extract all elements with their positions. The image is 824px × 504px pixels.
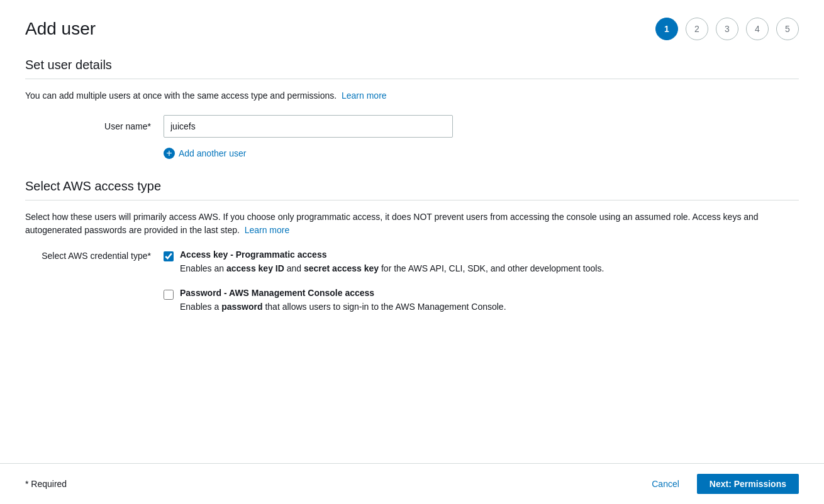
main-content: Add user 1 2 3 4 5 Set user details You … — [0, 0, 824, 463]
access-type-title: Select AWS access type — [25, 179, 799, 194]
access-key-text: Access key - Programmatic access Enables… — [180, 249, 799, 275]
credential-options: Access key - Programmatic access Enables… — [164, 249, 799, 326]
step-2: 2 — [686, 18, 708, 40]
footer: * Required Cancel Next: Permissions — [0, 463, 824, 504]
cancel-button[interactable]: Cancel — [642, 474, 689, 494]
username-input[interactable] — [164, 115, 453, 138]
console-access-desc: Enables a password that allows users to … — [180, 300, 799, 314]
page-header: Add user 1 2 3 4 5 — [25, 18, 799, 40]
access-key-checkbox[interactable] — [164, 251, 174, 261]
username-row: User name* — [25, 115, 799, 138]
learn-more-link-2[interactable]: Learn more — [245, 225, 290, 235]
user-details-description: You can add multiple users at once with … — [25, 89, 799, 102]
console-access-text: Password - AWS Management Console access… — [180, 288, 799, 314]
add-another-user-button[interactable]: + Add another user — [164, 148, 246, 159]
access-type-description: Select how these users will primarily ac… — [25, 211, 799, 237]
user-details-section: Set user details You can add multiple us… — [25, 58, 799, 159]
next-button[interactable]: Next: Permissions — [697, 474, 799, 494]
access-key-title: Access key - Programmatic access — [180, 249, 799, 260]
section-divider-2 — [25, 200, 799, 200]
username-label: User name* — [25, 121, 164, 131]
user-details-title: Set user details — [25, 58, 799, 72]
footer-actions: Cancel Next: Permissions — [642, 474, 799, 494]
access-key-desc: Enables an access key ID and secret acce… — [180, 262, 799, 275]
step-indicator: 1 2 3 4 5 — [655, 18, 799, 40]
step-3: 3 — [716, 18, 738, 40]
console-access-option: Password - AWS Management Console access… — [164, 288, 799, 314]
step-5: 5 — [776, 18, 799, 40]
step-4: 4 — [746, 18, 769, 40]
learn-more-link-1[interactable]: Learn more — [342, 90, 387, 101]
add-user-row: + Add another user — [164, 148, 799, 159]
credential-row: Select AWS credential type* Access key -… — [25, 249, 799, 326]
credential-label: Select AWS credential type* — [25, 249, 164, 261]
add-icon: + — [164, 148, 175, 159]
access-key-option: Access key - Programmatic access Enables… — [164, 249, 799, 275]
console-access-checkbox[interactable] — [164, 290, 174, 300]
access-type-section: Select AWS access type Select how these … — [25, 179, 799, 326]
required-note: * Required — [25, 479, 67, 489]
credential-section: Select AWS credential type* Access key -… — [25, 249, 799, 326]
step-1: 1 — [655, 18, 678, 40]
section-divider-1 — [25, 79, 799, 79]
console-access-title: Password - AWS Management Console access — [180, 288, 799, 298]
page-title: Add user — [25, 19, 96, 39]
